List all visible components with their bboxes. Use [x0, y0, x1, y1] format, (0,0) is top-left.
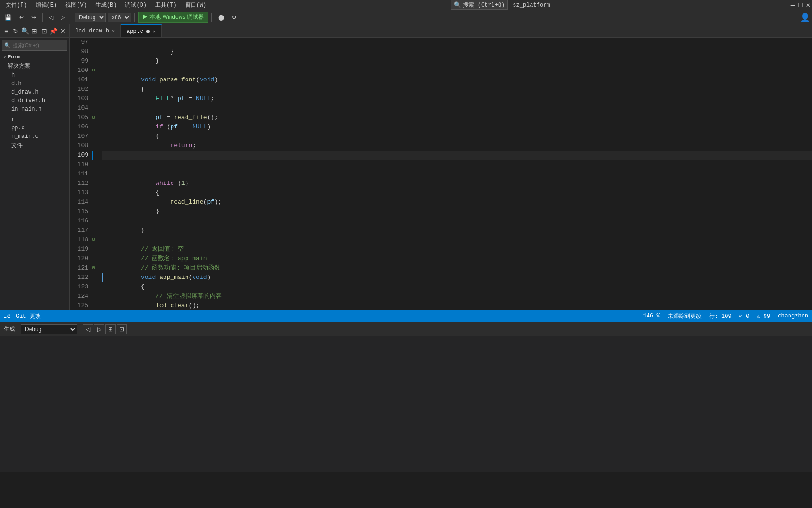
maximize-btn[interactable]: □: [798, 1, 802, 9]
tab-lcd-draw[interactable]: lcd_draw.h ✕: [70, 24, 121, 37]
undo-btn[interactable]: ↩: [16, 13, 27, 22]
tab-modified-indicator: [146, 30, 150, 33]
gutter-104: [92, 103, 101, 113]
sidebar-item-h[interactable]: h: [4, 71, 69, 79]
gutter-125: [92, 301, 101, 310]
ln-102: 102: [70, 85, 88, 94]
tab-app-c-close[interactable]: ✕: [153, 29, 156, 34]
gutter-114: [92, 198, 101, 207]
sidebar-search-box[interactable]: 🔍: [2, 40, 67, 51]
ln-119: 119: [70, 245, 88, 254]
build-filter-btn[interactable]: ⊞: [105, 324, 116, 334]
sidebar: 🔍 ▷ Form 解决方案 h d.h d_draw.h d_driver.h …: [0, 38, 70, 310]
sidebar-section-label: Form: [8, 54, 20, 60]
sidebar-btn-3[interactable]: 🔍: [21, 26, 29, 36]
menu-search-box[interactable]: 🔍 搜索 (Ctrl+Q): [451, 0, 508, 10]
build-prev-btn[interactable]: ◁: [83, 324, 93, 334]
editor-area: 97 98 99 100 101 102 103 104 105 106 107…: [70, 38, 812, 310]
sidebar-search-input[interactable]: [13, 42, 65, 48]
code-line-104: pf = read_file();: [102, 103, 812, 113]
sidebar-item-group: h d.h d_draw.h d_driver.h in_main.h r pp…: [0, 71, 69, 151]
toolbar: 💾 ↩ ↪ ◁ ▷ Debug x86 ▶ 本地 Windows 调试器 ⬤ ⚙…: [0, 10, 812, 24]
ln-101: 101: [70, 75, 88, 85]
sidebar-item-mainh[interactable]: in_main.h: [4, 105, 69, 113]
sidebar-btn-2[interactable]: ↻: [11, 26, 20, 36]
profile-icon: 👤: [800, 13, 810, 23]
settings-btn[interactable]: ⚙: [229, 13, 240, 22]
menu-file[interactable]: 文件(F): [2, 0, 31, 10]
menu-bar: 文件(F) 编辑(E) 视图(V) 生成(B) 调试(D) 工具(T) 窗口(W…: [0, 0, 812, 10]
gutter-117: [92, 226, 101, 235]
sidebar-item-ddrawh[interactable]: d_draw.h: [4, 88, 69, 96]
zoom-level[interactable]: 146 %: [643, 313, 660, 319]
ln-105: 105: [70, 113, 88, 122]
gutter-108: [92, 141, 101, 151]
code-line-123: // 清空虚拟屏幕的内容: [102, 282, 812, 292]
ln-122: 122: [70, 273, 88, 282]
arch-select[interactable]: x86: [108, 13, 131, 22]
sidebar-item-r[interactable]: r: [4, 115, 69, 124]
sidebar-btn-4[interactable]: ⊞: [30, 26, 39, 36]
sep4: [211, 13, 212, 22]
gutter-113: [92, 188, 101, 198]
main-area: 🔍 ▷ Form 解决方案 h d.h d_draw.h d_driver.h …: [0, 38, 812, 310]
gutter-98: [92, 47, 101, 56]
menu-tools[interactable]: 工具(T): [151, 0, 180, 10]
save-btn[interactable]: 💾: [2, 13, 15, 22]
sidebar-item-mainc[interactable]: n_main.c: [4, 132, 69, 141]
sidebar-section-header[interactable]: ▷ Form: [0, 53, 69, 61]
gutter-121[interactable]: ⊟: [92, 263, 101, 273]
code-line-125: [102, 301, 812, 310]
build-next-btn[interactable]: ▷: [94, 324, 104, 334]
gutter-105[interactable]: ⊟: [92, 113, 101, 122]
cursor-position[interactable]: 行: 109: [709, 312, 732, 320]
tab-lcd-draw-close[interactable]: ✕: [112, 28, 115, 34]
git-branch[interactable]: 未跟踪到更改: [668, 312, 702, 320]
breakpoint-btn[interactable]: ⬤: [215, 13, 227, 22]
sidebar-item-ddriverh[interactable]: d_driver.h: [4, 96, 69, 105]
sidebar-item-files[interactable]: 文件: [4, 141, 69, 151]
warning-count: ⚠ 99: [757, 313, 770, 320]
tab-app-c[interactable]: app.c ✕: [121, 24, 162, 37]
menu-window[interactable]: 窗口(W): [181, 0, 211, 10]
gutter-101: [92, 75, 101, 85]
menu-debug[interactable]: 调试(D): [121, 0, 150, 10]
build-config-select[interactable]: Debug: [21, 324, 77, 334]
code-line-119: // 函数名: app_main: [102, 245, 812, 254]
minimize-btn[interactable]: —: [791, 1, 795, 9]
sidebar-item-appc[interactable]: pp.c: [4, 124, 69, 132]
debug-config-select[interactable]: Debug: [75, 13, 106, 22]
ln-100: 100: [70, 66, 88, 75]
code-line-97: }: [102, 38, 812, 47]
sidebar-btn-6[interactable]: 📌: [49, 26, 58, 36]
build-clear-btn[interactable]: ⊡: [117, 324, 127, 334]
sidebar-item-dh[interactable]: d.h: [4, 79, 69, 88]
run-btn[interactable]: ▶ 本地 Windows 调试器: [138, 12, 208, 23]
ln-118: 118: [70, 235, 88, 245]
profile-area[interactable]: 👤: [800, 12, 810, 23]
sidebar-btn-7[interactable]: ✕: [59, 26, 67, 36]
code-line-120: // 函数功能: 项目启动函数: [102, 254, 812, 263]
code-body[interactable]: } } void parse_font(void) { FILE* pf = N…: [101, 38, 812, 310]
fwd-btn[interactable]: ▷: [58, 13, 68, 22]
sidebar-btn-1[interactable]: ≡: [2, 26, 10, 36]
menu-view[interactable]: 视图(V): [62, 0, 91, 10]
git-icon: ⎇: [4, 313, 10, 320]
code-line-113: read_line(pf);: [102, 188, 812, 198]
git-status[interactable]: Git 更改: [16, 312, 41, 320]
code-editor: 97 98 99 100 101 102 103 104 105 106 107…: [70, 38, 812, 310]
redo-btn[interactable]: ↪: [29, 13, 39, 22]
sidebar-item-solution[interactable]: 解决方案: [0, 61, 69, 71]
menu-build[interactable]: 生成(B): [92, 0, 121, 10]
sidebar-btn-5[interactable]: ⊡: [40, 26, 48, 36]
gutter-100[interactable]: ⊟: [92, 66, 101, 75]
ln-120: 120: [70, 254, 88, 263]
menu-search-label: 搜索 (Ctrl+Q): [463, 1, 505, 9]
error-count: ⊘ 0: [739, 313, 750, 320]
gutter-118[interactable]: ⊟: [92, 235, 101, 245]
menu-edit[interactable]: 编辑(E): [32, 0, 61, 10]
close-btn[interactable]: ✕: [806, 1, 810, 9]
gutter-116: [92, 216, 101, 226]
back-btn[interactable]: ◁: [46, 13, 56, 22]
code-line-98: }: [102, 47, 812, 56]
